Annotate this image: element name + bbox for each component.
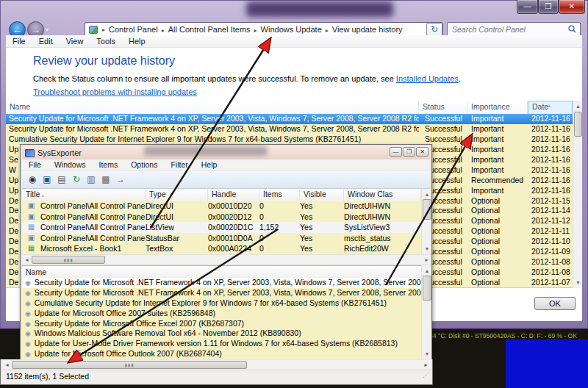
exit-icon[interactable]: → [113, 173, 128, 186]
menu-item-options[interactable]: Options [124, 160, 164, 169]
table-row[interactable]: Security Update for Microsoft .NET Frame… [6, 124, 573, 134]
scroll-left-icon[interactable]: ◄ [22, 255, 32, 265]
search-box[interactable] [447, 22, 581, 37]
close-button[interactable]: ✕ [559, 0, 585, 14]
menu-item-windows[interactable]: Windows [48, 160, 93, 169]
column-header-items[interactable]: Items [259, 189, 300, 201]
menu-item-items[interactable]: Items [93, 160, 125, 169]
item-bullet-icon: ◉ [25, 300, 35, 307]
scroll-down-icon[interactable]: ▼ [422, 349, 432, 359]
lower-pane-scrollbar[interactable]: ▲ ▼ [421, 265, 431, 359]
scrollbar-thumb[interactable] [423, 199, 431, 220]
list-item[interactable]: ◉Security Update for Microsoft Office Ex… [22, 319, 421, 329]
address-bar[interactable]: ▸ Control Panel▸All Control Panel Items▸… [85, 22, 443, 37]
row-class-cell: DirectUIHWN [344, 212, 421, 223]
column-header-handle[interactable]: Handle [208, 189, 259, 201]
installed-updates-link[interactable]: Installed Updates [396, 74, 459, 83]
list-item[interactable]: ◉Security Update for Microsoft .NET Fram… [22, 278, 421, 288]
table-row[interactable]: ▦Control Panel\All Control Panel Items\W… [22, 222, 421, 233]
close-button[interactable]: ✕ [416, 147, 429, 157]
row-date-cell: 2012-11-16 [528, 176, 573, 186]
scroll-up-icon[interactable]: ▲ [422, 266, 432, 276]
minimize-button[interactable]: — [517, 0, 538, 14]
row-date-cell: 2012-11-15 [528, 196, 573, 206]
properties-icon[interactable]: ▩ [98, 173, 113, 186]
item-bullet-icon: ◉ [25, 279, 35, 287]
row-visible-cell: Yes [300, 212, 344, 223]
list-item[interactable]: ◉Cumulative Security Update for Internet… [22, 298, 421, 309]
breadcrumb-segment[interactable]: Control Panel [107, 25, 160, 34]
table-row[interactable]: ▣Control Panel\All Control Panel Items\W… [22, 201, 421, 212]
name-column-header[interactable]: Name [22, 265, 421, 278]
redacted-title-blur [246, 1, 393, 17]
menu-item-file[interactable]: File [6, 37, 32, 46]
scrollbar-thumb[interactable] [574, 112, 582, 137]
table-row[interactable]: Cumulative Security Update for Internet … [6, 134, 573, 145]
row-items-cell: 0 [259, 233, 300, 244]
recent-pages-dropdown-icon[interactable]: ▾ [46, 26, 49, 33]
menu-item-view[interactable]: View [60, 37, 90, 46]
list-item[interactable]: ◉Windows Malicious Software Removal Tool… [22, 328, 421, 339]
column-header-title[interactable]: Title ▴ [22, 189, 146, 201]
breadcrumb-segment[interactable]: View update history [330, 25, 405, 34]
row-class-cell: msctls_status [344, 233, 421, 244]
refresh-icon[interactable]: ↻ [69, 173, 84, 186]
row-items-cell: 0 [259, 201, 300, 212]
table-row[interactable]: Security Update for Microsoft .NET Frame… [6, 114, 573, 124]
table-row[interactable]: ▦Microsoft Excel - Book1TextBox0x000A022… [22, 243, 421, 254]
menu-item-filter[interactable]: Filter [164, 160, 194, 169]
menu-item-tools[interactable]: Tools [90, 37, 122, 46]
item-bullet-icon: ◉ [25, 290, 35, 297]
window-source-icon: ▣ [22, 212, 40, 223]
menu-item-help[interactable]: Help [122, 37, 152, 46]
export-document-icon[interactable]: ▤ [54, 173, 69, 186]
row-date-cell: 2012-11-14 [528, 206, 573, 216]
save-icon[interactable]: ▣ [40, 173, 54, 186]
troubleshoot-link[interactable]: Troubleshoot problems with installing up… [33, 87, 197, 96]
scroll-up-icon[interactable]: ▲ [573, 101, 583, 111]
copy-icon[interactable]: ▥ [84, 173, 98, 186]
menu-item-edit[interactable]: Edit [32, 37, 60, 46]
scroll-right-icon[interactable]: ► [422, 255, 431, 265]
upper-pane-hscrollbar[interactable]: ◄ ▮▮▮ ► [22, 254, 431, 264]
row-importance-cell: Optional [467, 278, 528, 288]
row-type-cell: StatusBar [146, 233, 208, 244]
resize-grip[interactable]: ⋰ [423, 371, 429, 378]
lower-pane-hscrollbar[interactable]: ◄ ▮▮▮ ► [2, 360, 431, 370]
menu-item-help[interactable]: Help [195, 160, 224, 169]
window-source-icon: ▦ [22, 243, 40, 254]
scroll-down-icon[interactable]: ▼ [422, 244, 432, 254]
column-header-type[interactable]: Type [146, 189, 208, 201]
scroll-right-icon[interactable]: ► [421, 360, 431, 370]
search-icon[interactable] [568, 23, 580, 36]
ok-button[interactable]: OK [534, 297, 576, 310]
main-scrollbar[interactable]: ▲ ▼ [573, 101, 582, 288]
grab-window-icon[interactable]: ◉ [25, 173, 40, 186]
maximize-button[interactable]: ❐ [538, 0, 559, 14]
list-item[interactable]: ◉Update for User-Mode Driver Framework v… [22, 339, 421, 349]
upper-pane-scrollbar[interactable]: ▲ ▼ [421, 189, 431, 254]
breadcrumb-segment[interactable]: All Control Panel Items [166, 25, 253, 34]
column-header-visible[interactable]: Visible [300, 189, 344, 201]
row-date-cell: 2012-11-12 [528, 216, 573, 226]
list-item[interactable]: ◉Update for Microsoft Office Outlook 200… [22, 349, 421, 359]
maximize-button[interactable]: ❐ [403, 147, 415, 157]
table-row[interactable]: ▣Control Panel\All Control Panel Items\W… [22, 212, 421, 223]
scroll-left-icon[interactable]: ◄ [2, 360, 12, 370]
row-title-cell: Microsoft Excel - Book1 [40, 243, 146, 254]
scroll-up-icon[interactable]: ▲ [422, 190, 432, 199]
scrollbar-thumb[interactable]: ▮▮▮ [12, 361, 247, 369]
list-item[interactable]: ◉Update for Microsoft Office 2007 suites… [22, 309, 421, 319]
resize-grip[interactable]: ⋰ [576, 321, 582, 328]
breadcrumb-segment[interactable]: Windows Update [259, 25, 324, 34]
search-input[interactable] [448, 25, 568, 34]
menu-item-file[interactable]: File [22, 160, 48, 169]
breadcrumb: Control Panel▸All Control Panel Items▸Wi… [107, 25, 405, 34]
minimize-button[interactable]: — [390, 147, 402, 157]
scroll-down-icon[interactable]: ▼ [573, 278, 583, 287]
column-header-window-clas[interactable]: Window Clas [344, 189, 421, 201]
scrollbar-thumb[interactable] [423, 276, 431, 301]
list-item[interactable]: ◉Security Update for Microsoft .NET Fram… [22, 288, 421, 298]
table-row[interactable]: ▣Control Panel\All Control Panel Items\W… [22, 233, 421, 244]
scrollbar-thumb[interactable]: ▮▮▮ [32, 256, 105, 264]
